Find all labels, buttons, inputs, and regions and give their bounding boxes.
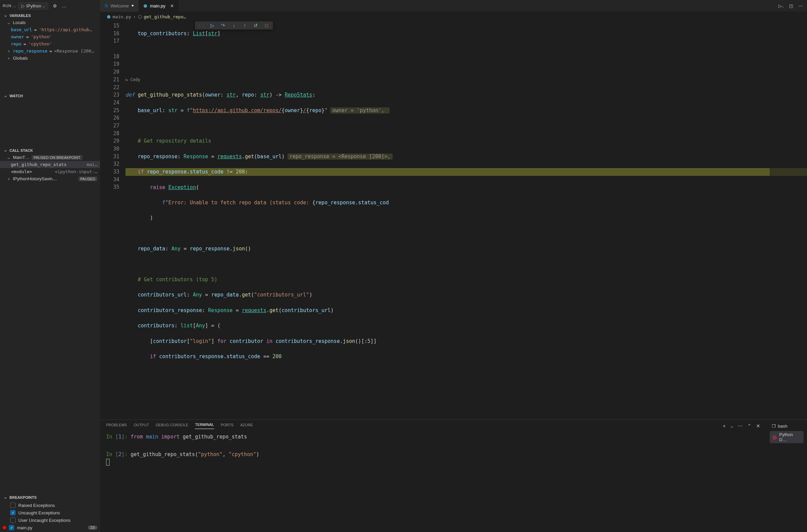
more-icon[interactable]: ⋯: [738, 423, 742, 429]
line-number[interactable]: 35: [100, 183, 120, 191]
var-owner[interactable]: owner = 'python': [0, 33, 100, 40]
new-terminal-button[interactable]: +: [723, 423, 726, 429]
line-number[interactable]: 21: [100, 76, 120, 84]
code-content[interactable]: top_contributors: List[str] ↻ Cody def g…: [126, 21, 807, 419]
bp-user-uncaught-exceptions[interactable]: User Uncaught Exceptions: [0, 516, 100, 524]
split-editor-icon[interactable]: ◫: [789, 3, 793, 8]
breadcrumb[interactable]: ⬢ main.py › ⬡ get_github_repo…: [100, 12, 807, 21]
tab-azure[interactable]: AZURE: [240, 423, 253, 429]
code-editor[interactable]: 15 16 17 18 19 20 21 22 ▷23 24 25 26 27: [100, 21, 807, 419]
breakpoint-dot-icon: [3, 526, 6, 529]
line-number[interactable]: 19: [100, 60, 120, 68]
line-number[interactable]: 27: [100, 122, 120, 130]
start-debug-button[interactable]: ▷ IPython ⌵: [18, 2, 48, 10]
breadcrumb-symbol[interactable]: get_github_repo…: [144, 14, 186, 19]
terminal-entry-python-debug[interactable]: 🐞 Python D…: [770, 431, 804, 443]
line-number[interactable]: 20: [100, 68, 120, 76]
callstack-other-thread[interactable]: › IPythonHistorySavin… PAUSED: [0, 175, 100, 182]
tab-welcome[interactable]: ⧉ Welcome •: [100, 0, 139, 12]
line-number[interactable]: 29: [100, 137, 120, 145]
line-number[interactable]: 34: [100, 176, 120, 184]
stack-frame-1[interactable]: <module> <ipython-input-…: [0, 168, 100, 175]
step-over-button[interactable]: ↷: [219, 23, 227, 28]
terminal-output[interactable]: In [1]: from main import get_github_repo…: [100, 429, 766, 532]
breakpoint-line-badge: 23: [88, 526, 97, 530]
variables-globals[interactable]: › Globals: [0, 55, 100, 62]
codelens-cody[interactable]: Cody: [130, 77, 140, 82]
debug-toolbar[interactable]: ⋮⋮ ▷ ↷ ↓ ↑ ↺ □: [195, 21, 273, 30]
var-repo-response[interactable]: › repo_response = <Response [200…: [0, 48, 100, 55]
line-number[interactable]: 25: [100, 107, 120, 115]
thread-name: IPythonHistorySavin…: [13, 176, 57, 181]
continue-button[interactable]: ▷: [208, 23, 216, 28]
variables-locals[interactable]: ⌵ Locals: [0, 19, 100, 26]
more-icon[interactable]: ⋯: [799, 3, 803, 8]
panel-tabs: PROBLEMS OUTPUT DEBUG CONSOLE TERMINAL P…: [100, 420, 766, 429]
stop-button[interactable]: □: [263, 23, 270, 28]
tab-debug-console[interactable]: DEBUG CONSOLE: [155, 423, 188, 429]
titlebar: RUN … ▷ IPython ⌵ ⚙ … ⧉ Welcome • ⬢ main…: [0, 0, 807, 12]
tab-terminal[interactable]: TERMINAL: [195, 422, 214, 429]
stack-frame-0[interactable]: get_github_repo_stats mai…: [0, 161, 100, 168]
variables-header[interactable]: ⌵ VARIABLES: [0, 12, 100, 19]
python-icon: ⬢: [143, 3, 147, 8]
inline-value: repo_response = <Response [200]>,: [288, 153, 393, 159]
bp-raised-exceptions[interactable]: Raised Exceptions: [0, 501, 100, 509]
grip-icon[interactable]: ⋮⋮: [198, 24, 205, 27]
terminal-entry-bash[interactable]: ❐ bash: [770, 422, 804, 430]
restart-button[interactable]: ↺: [252, 23, 259, 28]
line-number[interactable]: 18: [100, 53, 120, 61]
line-number[interactable]: 26: [100, 114, 120, 122]
gutter[interactable]: 15 16 17 18 19 20 21 22 ▷23 24 25 26 27: [100, 21, 126, 419]
var-base-url[interactable]: base_url = 'https://api.github…: [0, 26, 100, 33]
line-number[interactable]: 33: [100, 168, 120, 176]
inline-value: owner = 'python',: [330, 108, 390, 114]
callstack-thread[interactable]: ⌵ MainT… PAUSED ON BREAKPOINT: [0, 154, 100, 161]
line-number[interactable]: 24: [100, 99, 120, 107]
tab-output[interactable]: OUTPUT: [134, 423, 149, 429]
breadcrumb-file[interactable]: main.py: [113, 14, 131, 19]
chevron-up-icon[interactable]: ⌃: [747, 423, 751, 429]
chevron-down-icon[interactable]: ⌵: [42, 3, 45, 8]
globals-label: Globals: [13, 56, 28, 61]
gear-icon[interactable]: ⚙: [53, 3, 57, 8]
line-number[interactable]: 22: [100, 84, 120, 92]
var-repo[interactable]: repo = 'cpython': [0, 40, 100, 48]
chevron-down-icon: ⌵: [3, 13, 7, 18]
codelens[interactable]: [100, 45, 120, 53]
tab-ports[interactable]: PORTS: [221, 423, 234, 429]
line-number[interactable]: 15: [100, 22, 120, 30]
thread-status-badge: PAUSED: [78, 176, 97, 181]
more-icon[interactable]: …: [62, 3, 66, 8]
watch-header[interactable]: ⌵ WATCH: [0, 92, 100, 99]
checkbox-checked-icon[interactable]: ✓: [10, 510, 16, 515]
vscode-icon: ⧉: [105, 3, 108, 8]
minimap[interactable]: [770, 31, 807, 419]
run-icon[interactable]: ▷⌵: [778, 3, 784, 8]
locals-label: Locals: [13, 20, 26, 25]
line-number[interactable]: 28: [100, 130, 120, 137]
breakpoints-header[interactable]: ⌵ BREAKPOINTS: [0, 494, 100, 501]
line-number[interactable]: ▷23: [100, 91, 120, 99]
line-number[interactable]: 17: [100, 37, 120, 45]
debug-sidebar: ⌵ VARIABLES ⌵ Locals base_url = 'https:/…: [0, 12, 100, 532]
chevron-down-icon[interactable]: ⌵: [730, 423, 733, 429]
checkbox-icon[interactable]: [10, 502, 16, 508]
chevron-down-icon: ⌵: [3, 94, 7, 98]
tab-main-py[interactable]: ⬢ main.py ✕: [139, 0, 179, 12]
bp-uncaught-exceptions[interactable]: ✓ Uncaught Exceptions: [0, 509, 100, 516]
tab-problems[interactable]: PROBLEMS: [106, 423, 127, 429]
bug-icon: 🐞: [772, 435, 777, 440]
checkbox-icon[interactable]: [10, 517, 16, 523]
checkbox-checked-icon[interactable]: ✓: [9, 525, 14, 530]
close-icon[interactable]: ✕: [170, 3, 174, 8]
callstack-header[interactable]: ⌵ CALL STACK: [0, 147, 100, 154]
line-number[interactable]: 32: [100, 160, 120, 168]
bp-file-main-py[interactable]: ✓ main.py 23: [0, 524, 100, 531]
line-number[interactable]: 30: [100, 145, 120, 153]
close-icon[interactable]: ✕: [756, 423, 760, 429]
step-out-button[interactable]: ↑: [241, 23, 249, 28]
step-into-button[interactable]: ↓: [230, 23, 238, 28]
line-number[interactable]: 16: [100, 30, 120, 38]
line-number[interactable]: 31: [100, 153, 120, 160]
